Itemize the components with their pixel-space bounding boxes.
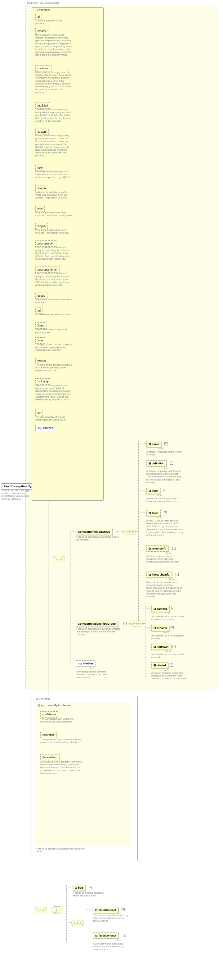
plus-icon[interactable]: + — [172, 645, 176, 648]
minus-icon[interactable]: − — [115, 530, 118, 533]
child-facetconcept[interactable]: ⊟ facetConcept — [93, 932, 119, 939]
attr-confidence-desc: The confidence with which the metadata h… — [40, 718, 84, 723]
attr-dir-desc: The directionality of textual content (e… — [35, 415, 73, 421]
rel-sequence — [130, 620, 143, 627]
child-name[interactable]: ⊟ name — [146, 441, 161, 447]
occ-narrower: 0..∞ — [166, 650, 171, 652]
quantify-group-label: ⊟ grp: quantifyAttributes — [38, 704, 71, 707]
child-definition-label: definition — [152, 462, 165, 465]
attr-derivedfrom: derivedfrom — [40, 754, 60, 760]
attr-xml-lang: xml:lang — [35, 378, 50, 385]
child-definition-desc: A natural language definition of the sem… — [146, 470, 183, 484]
attr-how-desc: Indicates by which means the value was e… — [35, 170, 73, 179]
child-bag[interactable]: ⊟ bag — [73, 885, 85, 891]
attr-creator-desc: If the property value is not defined, sp… — [35, 33, 73, 57]
element-any-other: any ##other — [76, 660, 95, 667]
attr-literal-desc: A free-text value assigned as property v… — [35, 328, 73, 334]
plus-icon[interactable]: + — [170, 663, 173, 667]
attr-xml-lang-desc: Specifies the language of this property … — [35, 384, 73, 401]
attr-creatoruri: creatoruri — [35, 65, 52, 72]
grp-prefix: grp: — [41, 704, 46, 707]
occ-hier: 0..∞ — [169, 578, 174, 581]
any-label: ##other — [43, 426, 53, 430]
concept-relationships-group-desc: A group of properties required to indica… — [76, 627, 122, 636]
attr-how: how — [35, 165, 45, 171]
child-definition[interactable]: ⊟ definition — [146, 460, 166, 466]
conn — [65, 559, 70, 559]
child-sameas-desc: An identifier of a concept with equivale… — [151, 615, 188, 620]
concept-relationships-group[interactable]: ConceptRelationshipsGroup — [76, 620, 118, 627]
occ-note: 0..∞ — [158, 494, 162, 497]
occ-def: 0..∞ — [164, 466, 168, 469]
conn — [83, 923, 87, 923]
child-related[interactable]: ⊟ related — [151, 662, 168, 668]
attr-qcode-desc: A qualified code which identifies a conc… — [35, 298, 73, 304]
attr-modified: modified — [35, 102, 50, 109]
child-facetconcept-label: facetConcept — [99, 934, 116, 937]
def-vline — [138, 441, 139, 621]
quantify-outer-label-text: attributes — [39, 697, 51, 700]
attr-howuri: howuri — [35, 185, 48, 191]
attr-pubconstrainturi: pubconstrainturi — [35, 267, 60, 273]
attr-whyuri-desc: Why the metadata has been included - exp… — [35, 229, 73, 234]
plus-icon[interactable]: + — [171, 626, 174, 629]
attr-type: type — [35, 337, 45, 344]
child-broader-label: broader — [157, 627, 168, 630]
conn — [66, 923, 71, 923]
plus-icon[interactable]: + — [172, 547, 176, 550]
child-related-label: related — [157, 664, 166, 667]
mc-sequence — [71, 920, 84, 926]
attr-custom-desc: If set to true the corresponding propert… — [35, 134, 73, 157]
child-hierarchyinfo[interactable]: ⊟ hierarchyInfo — [146, 571, 172, 578]
plus-icon[interactable]: + — [176, 573, 179, 576]
plus-icon[interactable]: + — [123, 934, 126, 937]
child-remoteinfo[interactable]: ⊟ remoteInfo — [146, 546, 168, 552]
plus-icon[interactable]: + — [171, 607, 174, 610]
conn — [118, 531, 123, 531]
conn — [70, 531, 76, 531]
conn — [66, 887, 73, 888]
child-bag-desc: A group of existing concepts which expre… — [73, 891, 110, 897]
occ-facet: 0..∞ — [158, 516, 162, 519]
minus-icon[interactable]: − — [123, 622, 127, 625]
attr-id-desc: The local identifier of the property. — [35, 19, 73, 25]
child-note[interactable]: ⊟ note — [146, 488, 160, 494]
bottom-vline — [66, 885, 67, 942]
attr-whyuri: whyuri — [35, 223, 48, 229]
attr-derivedfrom-desc: A reference to the concept from which th… — [40, 760, 84, 775]
plus-icon[interactable]: + — [122, 908, 125, 912]
occ-sameas: 0..∞ — [165, 612, 170, 615]
plus-icon[interactable]: + — [164, 511, 167, 514]
occ-anyother: 0..∞ — [90, 667, 95, 670]
conn — [127, 623, 130, 624]
occ-remoteinfo: 0..∞ — [166, 552, 171, 554]
child-mainconcept[interactable]: ⊟ mainConcept — [93, 907, 119, 913]
attr-id: id — [35, 14, 42, 20]
attr-pubconstrainturi-desc: One or many constraints that apply to pu… — [35, 272, 73, 286]
ext-sequence — [53, 556, 65, 562]
child-sameas[interactable]: ⊟ sameAs — [151, 606, 170, 612]
child-mainconcept-desc: The concept which is faceted by other co… — [93, 914, 130, 923]
child-remoteinfo-label: remoteInfo — [152, 547, 166, 550]
child-narrower-desc: An identifier of a more specific concept… — [151, 653, 188, 659]
attr-dir: dir — [35, 410, 43, 416]
conn — [70, 623, 76, 624]
conn — [138, 512, 146, 513]
attr-literal: literal — [35, 323, 46, 329]
attr-typeuri: typeuri — [35, 358, 48, 364]
child-facet[interactable]: ⊟ facet — [146, 510, 161, 516]
plus-icon[interactable]: + — [170, 461, 173, 465]
child-broader[interactable]: ⊟ broader — [151, 625, 169, 631]
concept-definition-group[interactable]: ConceptDefinitionGroup — [76, 529, 112, 535]
child-narrower[interactable]: ⊟ narrower — [151, 644, 171, 650]
plus-icon[interactable]: + — [163, 489, 166, 492]
conn — [145, 646, 151, 646]
attributes-label: ⊟ attributes — [36, 8, 51, 11]
child-facet-label: facet — [152, 512, 158, 515]
conn — [48, 559, 53, 559]
attr-pubconstraint-desc: One or many constraints that apply to pu… — [35, 246, 73, 260]
conn — [138, 548, 146, 548]
occ-broader: 0..∞ — [164, 631, 169, 634]
plus-icon[interactable]: + — [164, 442, 168, 445]
plus-icon[interactable]: + — [89, 886, 92, 889]
